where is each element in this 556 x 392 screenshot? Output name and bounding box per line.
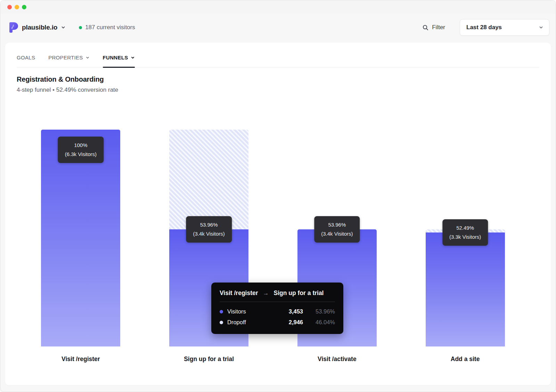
- traffic-lights: [7, 5, 26, 9]
- funnel-step-column[interactable]: 100% (6.3k Visitors) Visit /register: [17, 130, 145, 346]
- tab-goals[interactable]: GOALS: [17, 55, 35, 67]
- badge-visitors: (3.4k Visitors): [321, 229, 353, 238]
- live-dot-icon: [79, 26, 82, 29]
- funnel-step-column[interactable]: 52.49% (3.3k Visitors) Add a site: [401, 130, 529, 346]
- chevron-down-icon: [61, 25, 66, 30]
- tooltip-title: Visit /register → Sign up for a trial: [220, 289, 335, 297]
- filter-button[interactable]: Filter: [423, 24, 445, 31]
- app-header: plausible.io 187 current visitors Filter…: [0, 14, 556, 41]
- dropoff-dot-icon: [220, 321, 223, 324]
- tab-properties[interactable]: PROPERTIES: [48, 55, 89, 67]
- tooltip-from-step: Visit /register: [220, 289, 258, 297]
- tab-funnels-label: FUNNELS: [103, 55, 128, 60]
- badge-percent: 52.49%: [449, 223, 481, 232]
- tooltip-row-visitors: Visitors 3,453 53.96%: [220, 306, 335, 317]
- badge-visitors: (3.3k Visitors): [449, 232, 481, 242]
- step-label: Visit /register: [17, 356, 145, 363]
- chevron-down-icon: [85, 56, 90, 60]
- badge-visitors: (6.3k Visitors): [65, 150, 97, 159]
- step-label: Add a site: [401, 356, 529, 363]
- visitors-dot-icon: [220, 310, 223, 313]
- funnel-tooltip: Visit /register → Sign up for a trial Vi…: [211, 283, 343, 334]
- funnel-badge: 53.96% (3.4k Visitors): [314, 216, 360, 243]
- chevron-down-icon: [131, 56, 135, 60]
- tab-bar: GOALS PROPERTIES FUNNELS: [17, 55, 539, 67]
- step-label: Sign up for a trial: [145, 356, 273, 363]
- tooltip-row-percent: 53.96%: [303, 308, 335, 315]
- funnel-badge: 100% (6.3k Visitors): [58, 137, 104, 163]
- search-icon: [423, 25, 428, 31]
- badge-percent: 100%: [65, 141, 97, 150]
- badge-visitors: (3.4k Visitors): [193, 229, 224, 238]
- step-label: Visit /activate: [273, 356, 401, 363]
- zoom-window-button[interactable]: [22, 5, 26, 9]
- site-name: plausible.io: [22, 24, 57, 31]
- filter-label: Filter: [432, 24, 445, 31]
- arrow-right-icon: →: [263, 290, 269, 297]
- badge-percent: 53.96%: [321, 220, 353, 229]
- tab-funnels[interactable]: FUNNELS: [103, 55, 135, 67]
- tooltip-row-label: Visitors: [227, 308, 246, 315]
- funnel-bar-solid: [426, 232, 505, 346]
- funnel-badge: 52.49% (3.3k Visitors): [442, 219, 488, 246]
- current-visitors[interactable]: 187 current visitors: [79, 24, 135, 31]
- funnel-chart: 100% (6.3k Visitors) Visit /register 53.…: [17, 130, 529, 346]
- tooltip-divider: [220, 302, 335, 302]
- funnel-card: GOALS PROPERTIES FUNNELS Registration & …: [5, 43, 551, 385]
- tooltip-row-label: Dropoff: [227, 319, 246, 326]
- tab-goals-label: GOALS: [17, 55, 35, 60]
- tooltip-to-step: Sign up for a trial: [274, 289, 324, 297]
- close-window-button[interactable]: [7, 5, 12, 9]
- tooltip-row-value: 3,453: [272, 308, 303, 315]
- funnel-title: Registration & Onboarding: [17, 75, 539, 83]
- date-range-select[interactable]: Last 28 days: [460, 19, 549, 36]
- badge-percent: 53.96%: [193, 220, 224, 229]
- funnel-subtitle: 4-step funnel • 52.49% conversion rate: [17, 87, 539, 93]
- tab-properties-label: PROPERTIES: [48, 55, 83, 60]
- plausible-logo-icon: [9, 22, 18, 33]
- funnel-bar: [426, 229, 505, 346]
- date-range-value: Last 28 days: [466, 24, 502, 31]
- chevron-down-icon: [539, 25, 543, 30]
- titlebar: [0, 0, 556, 14]
- tooltip-row-dropoff: Dropoff 2,946 46.04%: [220, 317, 335, 328]
- current-visitors-label: 187 current visitors: [85, 24, 135, 31]
- funnel-bar-dropoff: [169, 130, 248, 229]
- app-window: plausible.io 187 current visitors Filter…: [0, 0, 556, 392]
- minimize-window-button[interactable]: [15, 5, 19, 9]
- tooltip-row-value: 2,946: [272, 319, 303, 326]
- site-picker[interactable]: plausible.io: [9, 22, 66, 33]
- tooltip-row-percent: 46.04%: [303, 319, 335, 326]
- funnel-badge: 53.96% (3.4k Visitors): [186, 216, 231, 243]
